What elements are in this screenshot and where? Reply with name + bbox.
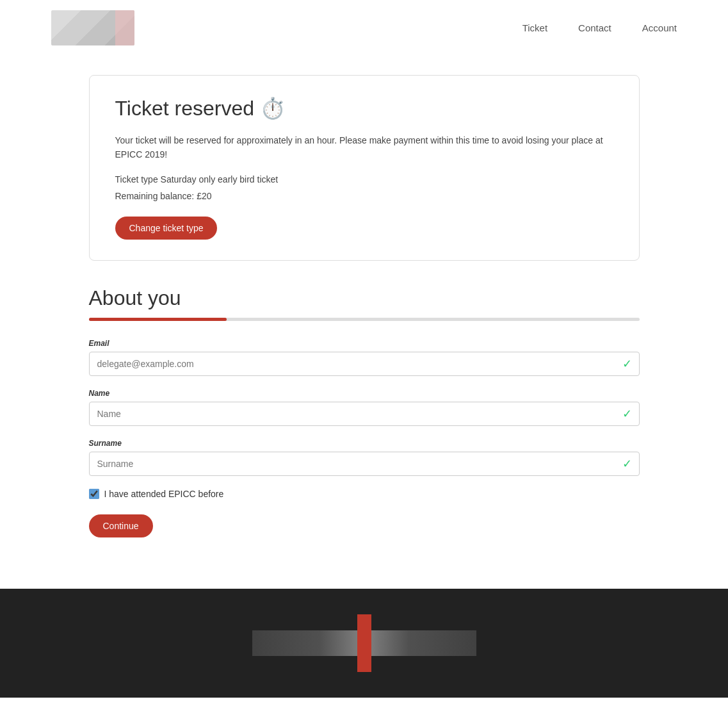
attended-checkbox[interactable] [89,489,99,499]
nav-account[interactable]: Account [642,22,677,33]
continue-button[interactable]: Continue [89,514,153,537]
progress-fill [89,318,227,321]
timer-icon: ⏱️ [260,97,286,120]
navigation: Ticket Contact Account [0,0,728,56]
email-label: Email [89,339,640,348]
surname-valid-icon: ✓ [622,457,632,471]
footer [0,589,728,698]
change-ticket-type-button[interactable]: Change ticket type [115,217,218,240]
remaining-balance: Remaining balance: £20 [115,189,613,203]
name-valid-icon: ✓ [622,407,632,421]
footer-graphic [252,614,476,672]
surname-input[interactable] [89,452,640,476]
name-input[interactable] [89,402,640,426]
ticket-reserved-card: Ticket reserved ⏱️ Your ticket will be r… [89,75,640,261]
email-group: Email ✓ [89,339,640,376]
email-input-wrapper: ✓ [89,352,640,376]
name-input-wrapper: ✓ [89,402,640,426]
ticket-reserved-title: Ticket reserved ⏱️ [115,96,613,120]
nav-ticket[interactable]: Ticket [522,22,547,33]
surname-group: Surname ✓ [89,439,640,476]
name-group: Name ✓ [89,389,640,426]
surname-label: Surname [89,439,640,448]
main-content: Ticket reserved ⏱️ Your ticket will be r… [76,75,652,537]
name-label: Name [89,389,640,398]
nav-contact[interactable]: Contact [578,22,611,33]
attended-label: I have attended EPICC before [104,489,224,499]
footer-vertical-bar [357,614,371,672]
ticket-meta: Ticket type Saturday only early bird tic… [115,172,613,204]
email-valid-icon: ✓ [622,357,632,371]
progress-bar [89,318,640,321]
logo[interactable] [51,10,134,45]
ticket-type-info: Ticket type Saturday only early bird tic… [115,172,613,186]
ticket-reserved-description: Your ticket will be reserved for approxi… [115,133,613,162]
attended-checkbox-row: I have attended EPICC before [89,489,640,499]
nav-links: Ticket Contact Account [522,22,677,34]
about-section: About you Email ✓ Name ✓ Surname ✓ [89,286,640,537]
about-you-title: About you [89,286,640,310]
email-input[interactable] [89,352,640,376]
surname-input-wrapper: ✓ [89,452,640,476]
